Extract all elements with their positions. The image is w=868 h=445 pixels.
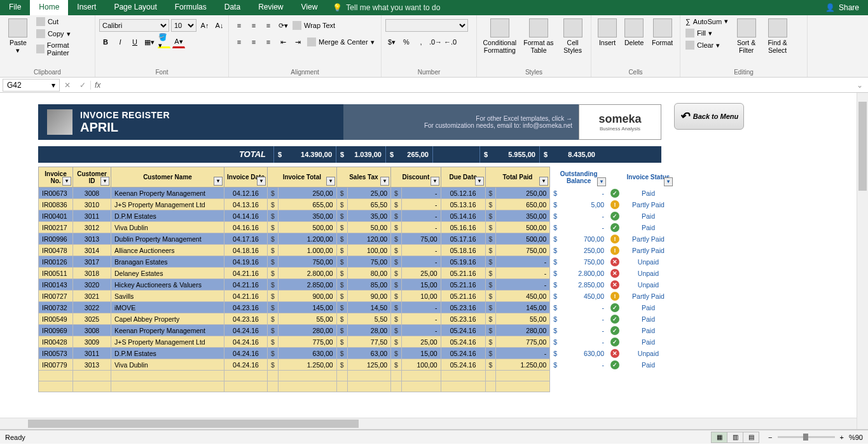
zoom-in-button[interactable]: + — [840, 434, 844, 441]
sort-filter-button[interactable]: Sort & Filter — [732, 17, 761, 56]
filter-icon[interactable]: ▾ — [431, 177, 439, 186]
align-top[interactable]: ≡ — [233, 19, 245, 32]
grow-font-button[interactable]: A↑ — [198, 19, 211, 32]
table-row[interactable]: IR004783014Alliance Auctioneers04.18.16$… — [39, 245, 674, 256]
filter-icon[interactable]: ▾ — [62, 177, 71, 186]
delete-cells-button[interactable]: Delete — [622, 17, 646, 48]
format-painter-button[interactable]: Format Painter — [35, 41, 91, 57]
table-row[interactable]: IR005733011D.P.M Estates04.24.16$630,00$… — [39, 348, 674, 359]
insert-cells-button[interactable]: Insert — [595, 17, 619, 48]
tell-me[interactable]: 💡Tell me what you want to do — [326, 0, 446, 15]
view-normal[interactable]: ▦ — [711, 432, 727, 443]
align-right[interactable]: ≡ — [262, 36, 275, 48]
fill-button[interactable]: Fill▾ — [684, 28, 729, 38]
expand-formula-button[interactable]: ⌄ — [857, 81, 868, 90]
zoom-slider[interactable] — [778, 436, 835, 438]
indent-inc[interactable]: ⇥ — [291, 36, 304, 48]
border-button[interactable]: ▦▾ — [143, 36, 156, 48]
filter-icon[interactable]: ▾ — [664, 177, 673, 186]
vertical-scrollbar[interactable] — [857, 93, 868, 429]
table-row[interactable]: IR007323022iMOVE04.23.16$145,00$14,50$-0… — [39, 302, 674, 313]
zoom-level[interactable]: %90 — [849, 434, 863, 441]
col-invoice-total[interactable]: Invoice Total▾ — [268, 167, 337, 188]
col-sales-tax[interactable]: Sales Tax▾ — [336, 167, 390, 188]
inc-decimal[interactable]: .0→ — [429, 36, 442, 48]
filter-icon[interactable]: ▾ — [257, 177, 266, 186]
table-row[interactable]: IR001433020Hickey Auctioneers & Valuers0… — [39, 279, 674, 291]
table-row[interactable]: IR006733008Keenan Property Management04.… — [39, 188, 674, 199]
table-row[interactable]: IR007793013Viva Dublin04.24.16$1.250,00$… — [39, 359, 674, 371]
table-row[interactable]: IR001263017Branagan Estates04.19.16$750,… — [39, 256, 674, 268]
align-center[interactable]: ≡ — [247, 36, 260, 48]
shrink-font-button[interactable]: A↓ — [213, 19, 226, 32]
filter-icon[interactable]: ▾ — [214, 177, 223, 186]
menu-data[interactable]: Data — [216, 0, 249, 15]
align-middle[interactable]: ≡ — [247, 19, 260, 32]
horizontal-scrollbar[interactable] — [0, 418, 857, 429]
filter-icon[interactable]: ▾ — [597, 177, 606, 186]
filter-icon[interactable]: ▾ — [380, 177, 389, 186]
table-row[interactable]: IR009693008Keenan Property Management04.… — [39, 325, 674, 336]
font-size-select[interactable]: 10 — [171, 19, 196, 32]
menu-review[interactable]: Review — [249, 0, 292, 15]
clear-button[interactable]: Clear▾ — [684, 40, 729, 50]
filter-icon[interactable]: ▾ — [326, 177, 335, 186]
autosum-button[interactable]: ∑AutoSum▾ — [684, 17, 729, 26]
col-outstanding-balance[interactable]: Outstanding Balance▾ — [550, 167, 607, 188]
orientation[interactable]: ⟳▾ — [277, 19, 289, 32]
table-row[interactable]: IR002173012Viva Dublin04.16.16$500,00$50… — [39, 222, 674, 233]
table-row[interactable]: IR004283009J+S Property Management Ltd04… — [39, 336, 674, 348]
col-invoice-status[interactable]: Invoice Status▾ — [623, 167, 674, 188]
filter-icon[interactable]: ▾ — [100, 177, 109, 186]
cell-styles-button[interactable]: Cell Styles — [558, 17, 587, 56]
fill-color-button[interactable]: 🪣▾ — [158, 36, 170, 48]
back-to-menu-button[interactable]: ↶Back to Menu — [674, 103, 744, 130]
share-button[interactable]: 👤Share — [816, 0, 868, 15]
menu-home[interactable]: Home — [30, 0, 68, 15]
col-customer-name[interactable]: Customer Name▾ — [111, 167, 224, 188]
italic-button[interactable]: I — [114, 36, 127, 48]
table-row[interactable]: IR009963013Dublin Property Management04.… — [39, 233, 674, 245]
worksheet-area[interactable]: INVOICE REGISTER APRIL For other Excel t… — [0, 93, 868, 430]
filter-icon[interactable]: ▾ — [539, 177, 548, 186]
table-row[interactable]: IR007273021Savills04.21.16$900,00$90,00$… — [39, 291, 674, 302]
view-page-break[interactable]: ▤ — [743, 432, 759, 443]
scroll-thumb[interactable] — [28, 420, 359, 428]
table-row[interactable]: IR008363010J+S Property Management Ltd04… — [39, 199, 674, 210]
table-row[interactable]: IR004013011D.P.M Estates04.14.16$350,00$… — [39, 210, 674, 222]
cancel-formula-button[interactable]: ✕ — [60, 81, 75, 90]
indent-dec[interactable]: ⇤ — [277, 36, 289, 48]
col-total-paid[interactable]: Total Paid▾ — [485, 167, 550, 188]
conditional-formatting-button[interactable]: Conditional Formatting — [481, 17, 519, 56]
align-bottom[interactable]: ≡ — [262, 19, 275, 32]
dec-decimal[interactable]: ←.0 — [444, 36, 457, 48]
menu-insert[interactable]: Insert — [68, 0, 105, 15]
table-row[interactable]: IR005113018Delaney Estates04.21.16$2.800… — [39, 268, 674, 279]
underline-button[interactable]: U — [128, 36, 141, 48]
scroll-thumb[interactable] — [858, 102, 867, 191]
zoom-out-button[interactable]: − — [768, 434, 772, 441]
bold-button[interactable]: B — [99, 36, 112, 48]
format-as-table-button[interactable]: Format as Table — [521, 17, 556, 56]
formula-input[interactable] — [104, 80, 857, 90]
col-discount[interactable]: Discount▾ — [391, 167, 441, 188]
col-due-date[interactable]: Due Date▾ — [441, 167, 485, 188]
merge-center-button[interactable]: Merge & Center▾ — [306, 37, 376, 47]
percent-button[interactable]: % — [400, 36, 413, 48]
col-customer-id[interactable]: Customer ID▾ — [73, 167, 111, 188]
font-color-button[interactable]: A▾ — [172, 36, 185, 48]
format-cells-button[interactable]: Format — [649, 17, 676, 48]
currency-button[interactable]: $▾ — [385, 36, 398, 48]
align-left[interactable]: ≡ — [233, 36, 245, 48]
menu-page-layout[interactable]: Page Layout — [105, 0, 165, 15]
col-invoice-no[interactable]: Invoice No.▾ — [39, 167, 73, 188]
accept-formula-button[interactable]: ✓ — [75, 81, 90, 90]
menu-formulas[interactable]: Formulas — [166, 0, 216, 15]
col-invoice-date[interactable]: Invoice Date▾ — [224, 167, 268, 188]
filter-icon[interactable]: ▾ — [475, 177, 484, 186]
find-select-button[interactable]: Find & Select — [763, 17, 792, 56]
menu-file[interactable]: File — [0, 0, 30, 15]
paste-button[interactable]: Paste▾ — [4, 17, 32, 56]
view-page-layout[interactable]: ▥ — [727, 432, 743, 443]
wrap-text-button[interactable]: Wrap Text — [291, 20, 336, 31]
